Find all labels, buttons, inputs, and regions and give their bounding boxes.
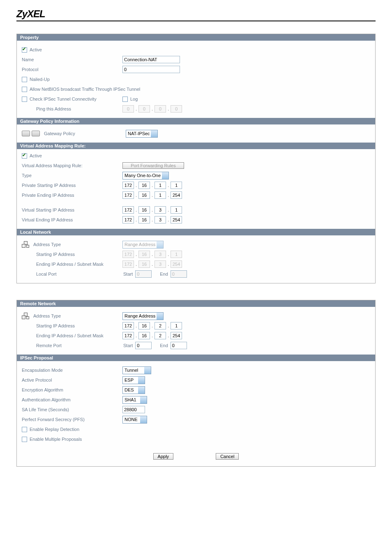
local-start-oct-4 [171, 251, 182, 258]
section-property-header: Property [17, 34, 375, 41]
ping-address-ip: . . . [122, 105, 182, 113]
active-protocol-label: Active Protocol [22, 378, 122, 382]
vam-active-checkbox[interactable] [22, 153, 27, 159]
network-icon [22, 241, 29, 248]
local-start-oct-1 [122, 251, 134, 258]
vam-type-select[interactable]: Many One-to-One [122, 172, 169, 180]
pfs-label: Perfect Forward Secrecy (PFS) [22, 417, 122, 422]
priv-end-label: Private Ending IP Address [22, 193, 122, 198]
pfs-select[interactable]: NONE [122, 416, 147, 424]
priv-end-ip: . . . [122, 191, 182, 199]
sa-life-input[interactable] [122, 406, 145, 413]
priv-end-oct-4[interactable] [171, 191, 182, 199]
vam-rule-label: Virtual Address Mapping Rule: [22, 163, 122, 168]
remote-start-label: Starting IP Address [36, 323, 122, 328]
local-start-label: Starting IP Address [36, 252, 122, 257]
encap-mode-label: Encapsulation Mode [22, 368, 122, 373]
local-end-oct-1 [122, 260, 134, 268]
priv-end-oct-1[interactable] [122, 191, 134, 199]
local-start-oct-2 [138, 251, 150, 258]
priv-end-oct-3[interactable] [154, 191, 166, 199]
action-bar: Apply Cancel [17, 448, 375, 466]
enc-alg-select[interactable]: DES [122, 386, 145, 394]
replay-detection-label: Enable Replay Detection [30, 427, 79, 432]
remote-end-oct-1[interactable] [122, 332, 134, 339]
priv-start-oct-2[interactable] [138, 182, 150, 189]
priv-end-oct-2[interactable] [138, 191, 150, 199]
local-addr-type-label: Address Type [33, 242, 122, 247]
name-input[interactable] [122, 56, 180, 63]
remote-end-ip: . . . [122, 332, 182, 339]
ping-address-label: Ping this Address [36, 106, 122, 111]
priv-start-oct-1[interactable] [122, 182, 134, 189]
virt-end-oct-4[interactable] [171, 216, 182, 223]
virt-start-oct-2[interactable] [138, 206, 150, 214]
active-protocol-select[interactable]: ESP [122, 376, 145, 384]
protocol-label: Protocol [22, 67, 122, 72]
remote-port-label: Remote Port [36, 343, 122, 348]
replay-detection-checkbox[interactable] [22, 427, 27, 432]
ping-oct-2 [138, 105, 150, 113]
virt-start-oct-3[interactable] [154, 206, 166, 214]
auth-alg-label: Authentication Algorithm [22, 397, 122, 402]
remote-start-ip: . . . [122, 322, 182, 329]
page-header: ZyXEL [16, 8, 376, 21]
remote-start-oct-3[interactable] [154, 322, 166, 329]
cancel-button[interactable]: Cancel [216, 453, 239, 460]
remote-port-start-input[interactable] [135, 342, 152, 349]
virt-end-oct-3[interactable] [154, 216, 166, 223]
auth-alg-select[interactable]: SHA1 [122, 396, 147, 404]
virt-start-oct-1[interactable] [122, 206, 134, 214]
virt-end-ip: . . . [122, 216, 182, 223]
gateway-policy-icon [22, 131, 40, 136]
apply-button[interactable]: Apply [153, 453, 174, 460]
protocol-input[interactable] [122, 66, 180, 73]
multiple-proposals-checkbox[interactable] [22, 437, 27, 442]
vam-active-label: Active [30, 153, 42, 158]
name-label: Name [22, 57, 122, 62]
virt-end-oct-2[interactable] [138, 216, 150, 223]
config-panel-top: Property Active Name Protocol Nailed-Up … [16, 34, 376, 283]
virt-end-oct-1[interactable] [122, 216, 134, 223]
network-icon [22, 313, 29, 319]
remote-start-oct-2[interactable] [138, 322, 150, 329]
remote-end-oct-4[interactable] [171, 332, 182, 339]
remote-port-end-input[interactable] [171, 342, 187, 349]
encap-mode-select[interactable]: Tunnel [122, 366, 151, 374]
local-port-label: Local Port [36, 272, 122, 276]
allow-netbios-checkbox[interactable] [22, 87, 27, 92]
check-tunnel-checkbox[interactable] [22, 97, 27, 102]
priv-start-oct-4[interactable] [171, 182, 182, 189]
priv-start-label: Private Starting IP Address [22, 183, 122, 188]
gateway-policy-select[interactable]: NAT-IPSec [126, 130, 158, 138]
remote-start-oct-1[interactable] [122, 322, 134, 329]
sa-life-label: SA Life Time (Seconds) [22, 407, 122, 412]
remote-end-label: Ending IP Address / Subnet Mask [36, 333, 122, 338]
log-checkbox[interactable] [122, 97, 128, 102]
local-port-start-input [135, 270, 152, 278]
remote-addr-type-select[interactable]: Range Address [122, 312, 164, 320]
nailed-up-checkbox[interactable] [22, 77, 27, 82]
remote-port-start-label: Start [123, 343, 133, 348]
local-addr-type-select: Range Address [122, 241, 164, 249]
virt-start-oct-4[interactable] [171, 206, 182, 214]
remote-start-oct-4[interactable] [171, 322, 182, 329]
allow-netbios-label: Allow NetBIOS broadcast Traffic Through … [30, 87, 140, 92]
ping-oct-4 [171, 105, 182, 113]
local-end-oct-3 [154, 260, 166, 268]
local-end-oct-4 [171, 260, 182, 268]
ping-oct-3 [154, 105, 166, 113]
vam-type-label: Type [22, 173, 122, 178]
brand-logo: ZyXEL [16, 8, 45, 19]
active-checkbox[interactable] [22, 47, 27, 53]
multiple-proposals-label: Enable Multiple Proposals [30, 437, 82, 442]
local-port-end-label: End [160, 272, 168, 276]
remote-end-oct-2[interactable] [138, 332, 150, 339]
config-panel-bottom: Remote Network Address Type Range Addres… [16, 300, 376, 467]
priv-start-oct-3[interactable] [154, 182, 166, 189]
section-local-header: Local Network [17, 229, 375, 235]
nailed-up-label: Nailed-Up [30, 77, 50, 82]
remote-end-oct-3[interactable] [154, 332, 166, 339]
virt-start-ip: . . . [122, 206, 182, 214]
local-start-ip: . . . [122, 251, 182, 258]
